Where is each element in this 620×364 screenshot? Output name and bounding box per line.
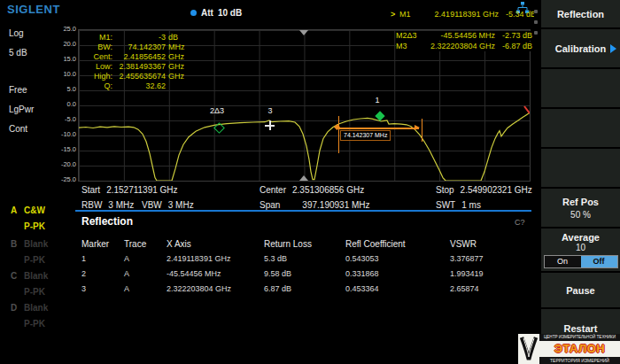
- etalon-watermark: ЦЕНТР ИЗМЕРИТЕЛЬНОЙ ТЕХНИКИ ЭТАЛОН ТЕРРИ…: [518, 334, 620, 364]
- center-value: 2.351306856 GHz: [292, 185, 364, 195]
- cell: 5.3 dB: [264, 254, 345, 269]
- stop-freq: Stop 2.549902321 GHz: [436, 185, 532, 195]
- correction-indicator: C?: [515, 218, 525, 227]
- pk-label: Low:: [81, 62, 112, 72]
- cell: A: [124, 269, 167, 284]
- cell: 0.453364: [345, 284, 450, 299]
- pk-unit: MHz: [166, 43, 193, 52]
- vbw-value: 3 MHz: [168, 200, 194, 210]
- marker-x-value: -45.54456 MHz: [428, 31, 495, 41]
- col-vswr: VSWR: [450, 239, 530, 254]
- pk-value: -3: [112, 33, 166, 43]
- attenuation-indicator[interactable]: Att 10 dB: [190, 8, 242, 18]
- cell: 2.322203804 GHz: [167, 284, 264, 299]
- pk-value: 32.62: [112, 81, 166, 91]
- pk-label: Q:: [81, 81, 112, 91]
- graticule: M1:-3dB BW:74.142307MHz Cent:2.41856452G…: [78, 29, 531, 182]
- table-title: Reflection: [81, 215, 530, 228]
- trace-c-detector: P-PK: [24, 287, 45, 297]
- marker-readout-m3: M3 2.322203804 GHz -6.87 dB: [396, 42, 532, 51]
- y-axis-label: -20.0: [0, 160, 76, 168]
- restart-label: Restart: [564, 323, 598, 334]
- trace-b-mode: Blank: [24, 239, 48, 249]
- softkey-blank[interactable]: [541, 69, 620, 107]
- watermark-top-text: ЦЕНТР ИЗМЕРИТЕЛЬНОЙ ТЕХНИКИ: [539, 334, 620, 341]
- toggle-on[interactable]: On: [545, 256, 581, 267]
- pk-unit: [166, 81, 193, 91]
- marker-x-value: 2.322203804 GHz: [428, 42, 495, 51]
- pk-value: 2.381493367: [112, 62, 166, 72]
- cell: A: [124, 254, 167, 269]
- toggle-off[interactable]: Off: [581, 256, 617, 267]
- marker-3-label: 3: [260, 106, 281, 115]
- softkey-blank[interactable]: [541, 149, 620, 187]
- swt-label: SWT: [436, 200, 455, 210]
- menu-title: Reflection: [541, 0, 620, 27]
- start-value: 2.152711391 GHz: [106, 185, 177, 195]
- marker-y-value: -6.87 dB: [495, 42, 532, 51]
- average-value: 10: [576, 243, 585, 252]
- softkey-blank[interactable]: [541, 109, 620, 147]
- marker-name: M3: [396, 42, 428, 51]
- bw-measure-line: [338, 128, 419, 129]
- trace-c-button[interactable]: C: [11, 271, 17, 281]
- span: Span 397.190931 MHz: [260, 200, 370, 210]
- marker-y-value: -5.34 dB: [499, 10, 536, 19]
- y-axis-label: -10.0: [0, 130, 76, 138]
- col-trace: Trace: [124, 239, 167, 254]
- pk-unit: dB: [166, 33, 193, 43]
- center-freq-bottom-icon: [299, 175, 308, 181]
- bw-right-bar: [422, 119, 423, 142]
- bw-left-bar: [338, 116, 340, 153]
- pk-value: 2.455635674: [112, 72, 166, 81]
- rbw: RBW 3 MHz: [81, 200, 134, 210]
- trace-end-marker: [524, 106, 530, 113]
- marker-2d3-label: 2Δ3: [205, 106, 229, 115]
- menu-title-label: Reflection: [557, 9, 604, 19]
- table-row: 3 A 2.322203804 GHz 6.87 dB 0.453364 2.6…: [81, 284, 530, 299]
- average-button[interactable]: Average 10 On Off: [541, 228, 620, 271]
- marker-x-value: 2.419118391 GHz: [431, 10, 499, 19]
- stop-value: 2.549902321 GHz: [461, 185, 532, 195]
- cell: 2.419118391 GHz: [167, 254, 264, 269]
- att-value: 10 dB: [218, 8, 242, 18]
- trace-c-mode: Blank: [24, 271, 48, 281]
- marker-1-label: 1: [367, 96, 388, 105]
- att-bullet-icon: [190, 10, 197, 16]
- pk-unit: GHz: [166, 72, 193, 81]
- y-axis-label: 5.0: [0, 85, 76, 93]
- ref-pos-button[interactable]: Ref Pos 50 %: [541, 189, 620, 227]
- start-label: Start: [81, 185, 100, 195]
- col-return-loss: Return Loss: [264, 239, 345, 254]
- center-freq: Center 2.351306856 GHz: [260, 185, 364, 195]
- trace-a-button[interactable]: A: [11, 205, 17, 215]
- watermark-bottom-text: ТЕРРИТОРИЯ ИЗМЕРЕНИЙ: [539, 357, 620, 364]
- marker-readout-m1: > M1 2.419118391 GHz -5.34 dB: [391, 10, 536, 19]
- cell: 9.58 dB: [264, 269, 345, 284]
- y-axis-label: 15.0: [0, 55, 76, 63]
- trace-a-mode: C&W: [24, 205, 45, 215]
- trace-d-detector: P-PK: [24, 319, 45, 329]
- vbw: VBW 3 MHz: [142, 200, 194, 210]
- center-label: Center: [260, 185, 286, 195]
- cell: 2: [81, 269, 124, 284]
- pause-label: Pause: [566, 285, 594, 296]
- submenu-arrow-icon: [610, 44, 616, 53]
- pause-button[interactable]: Pause: [541, 273, 620, 307]
- marker-name: M2Δ3: [396, 31, 428, 41]
- marker-3-cross-icon[interactable]: [269, 120, 271, 130]
- trace-a: [79, 112, 530, 181]
- section-divider: [75, 210, 531, 212]
- calibration-button[interactable]: Calibration: [541, 29, 620, 67]
- active-marker-arrow: >: [391, 10, 399, 19]
- average-toggle[interactable]: On Off: [544, 255, 618, 268]
- trace-a-detector: P-PK: [24, 221, 45, 231]
- bw-annotation: 74.142307 MHz: [340, 130, 391, 141]
- trace-d-button[interactable]: D: [11, 303, 17, 313]
- rbw-label: RBW: [81, 200, 102, 210]
- trace-b-detector: P-PK: [24, 255, 45, 265]
- table-row: 1 A 2.419118391 GHz 5.3 dB 0.543053 3.37…: [81, 254, 530, 269]
- table-row: 2 A -45.54456 MHz 9.58 dB 0.331868 1.993…: [81, 269, 530, 284]
- trace-b-button[interactable]: B: [11, 239, 17, 249]
- start-freq: Start 2.152711391 GHz: [81, 185, 178, 195]
